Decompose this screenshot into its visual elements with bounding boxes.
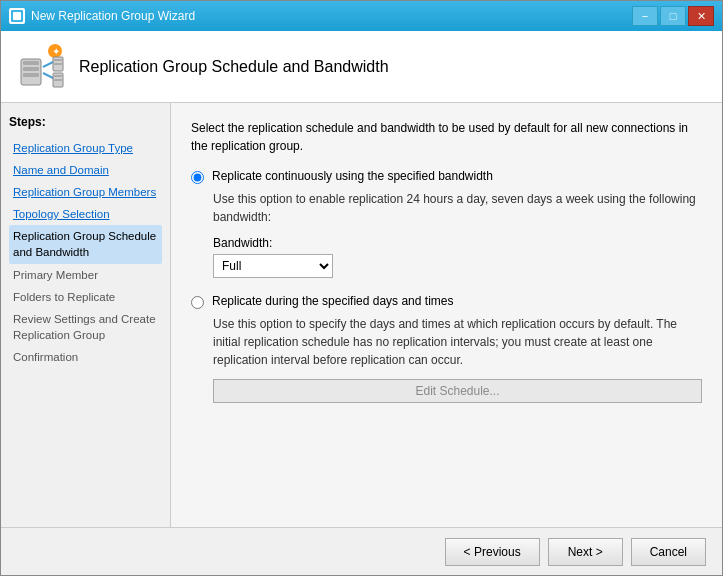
svg-rect-14 — [54, 75, 62, 77]
description-text: Select the replication schedule and band… — [191, 119, 702, 155]
previous-button[interactable]: < Previous — [445, 538, 540, 566]
page-title: Replication Group Schedule and Bandwidth — [79, 58, 389, 76]
minimize-button[interactable]: − — [632, 6, 658, 26]
option2-label[interactable]: Replicate during the specified days and … — [212, 294, 453, 308]
svg-rect-15 — [54, 79, 62, 81]
window-controls: − □ ✕ — [632, 6, 714, 26]
option1-detail: Use this option to enable replication 24… — [213, 190, 702, 226]
title-bar-left: New Replication Group Wizard — [9, 8, 195, 24]
close-button[interactable]: ✕ — [688, 6, 714, 26]
sidebar-item-name-and-domain[interactable]: Name and Domain — [9, 159, 162, 181]
app-icon — [9, 8, 25, 24]
edit-schedule-button[interactable]: Edit Schedule... — [213, 379, 702, 403]
svg-rect-5 — [23, 73, 39, 77]
sidebar-item-replication-group-schedule: Replication Group Schedule and Bandwidth — [9, 225, 162, 263]
svg-rect-12 — [54, 63, 62, 65]
svg-text:✦: ✦ — [52, 46, 60, 57]
bandwidth-label: Bandwidth: — [213, 236, 702, 250]
sidebar-item-review-settings: Review Settings and Create Replication G… — [9, 308, 162, 346]
title-bar: New Replication Group Wizard − □ ✕ — [1, 1, 722, 31]
sidebar-item-topology-selection[interactable]: Topology Selection — [9, 203, 162, 225]
svg-rect-3 — [23, 61, 39, 65]
sidebar-item-replication-group-members[interactable]: Replication Group Members — [9, 181, 162, 203]
bandwidth-select[interactable]: Full 256 Kbps 512 Kbps 1 Mbps 2 Mbps 4 M… — [213, 254, 333, 278]
wizard-window: New Replication Group Wizard − □ ✕ ✦ — [0, 0, 723, 576]
option2-radio[interactable] — [191, 296, 204, 309]
bandwidth-select-wrap: Full 256 Kbps 512 Kbps 1 Mbps 2 Mbps 4 M… — [213, 254, 702, 278]
window-title: New Replication Group Wizard — [31, 9, 195, 23]
sidebar: Steps: Replication Group Type Name and D… — [1, 103, 171, 527]
option2-detail: Use this option to specify the days and … — [213, 315, 702, 369]
content-area: Steps: Replication Group Type Name and D… — [1, 103, 722, 527]
main-panel: Select the replication schedule and band… — [171, 103, 722, 527]
sidebar-item-folders-to-replicate: Folders to Replicate — [9, 286, 162, 308]
next-button[interactable]: Next > — [548, 538, 623, 566]
sidebar-item-primary-member: Primary Member — [9, 264, 162, 286]
svg-rect-4 — [23, 67, 39, 71]
svg-rect-1 — [13, 12, 21, 20]
footer: < Previous Next > Cancel — [1, 527, 722, 575]
option1-label[interactable]: Replicate continuously using the specifi… — [212, 169, 493, 183]
header-icon: ✦ — [17, 43, 65, 91]
sidebar-item-confirmation: Confirmation — [9, 346, 162, 368]
restore-button[interactable]: □ — [660, 6, 686, 26]
option1-radio[interactable] — [191, 171, 204, 184]
option2-row: Replicate during the specified days and … — [191, 294, 702, 309]
sidebar-item-replication-group-type[interactable]: Replication Group Type — [9, 137, 162, 159]
page-header: ✦ Replication Group Schedule and Bandwid… — [1, 31, 722, 103]
option1-row: Replicate continuously using the specifi… — [191, 169, 702, 184]
svg-rect-11 — [54, 59, 62, 61]
cancel-button[interactable]: Cancel — [631, 538, 706, 566]
steps-label: Steps: — [9, 115, 162, 129]
